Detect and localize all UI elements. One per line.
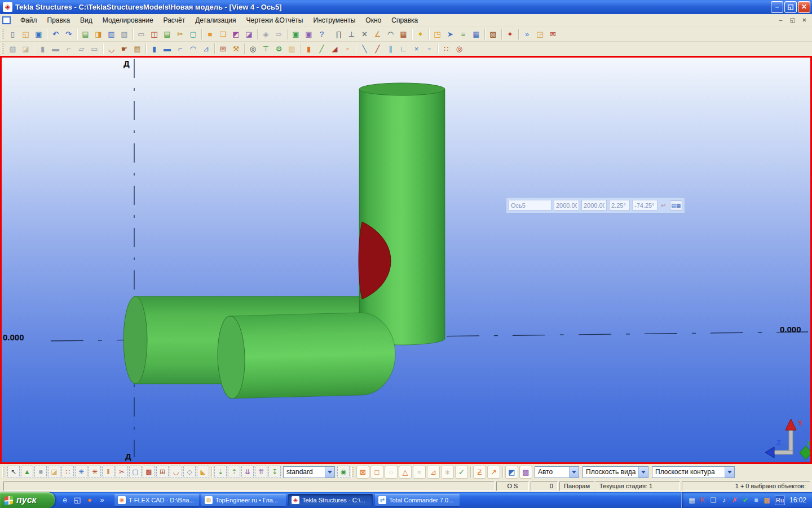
select-parts-switch[interactable]: ■ — [34, 466, 47, 478]
profile-catalog-icon[interactable]: ▦ — [470, 28, 483, 40]
menu-file[interactable]: Файл — [15, 15, 42, 25]
menu-analysis[interactable]: Расчёт — [158, 15, 191, 25]
menu-edit[interactable]: Правка — [42, 15, 76, 25]
component-tree-icon[interactable]: ⊤ — [259, 43, 272, 55]
mdi-close-button[interactable]: ✕ — [799, 16, 810, 25]
strip-footing-icon[interactable]: ◡ — [105, 43, 118, 55]
grid-settings-button[interactable]: ▤▦ — [670, 200, 682, 211]
profile-combo[interactable]: standard — [283, 466, 335, 478]
measure-angle-icon[interactable]: ∠ — [371, 28, 384, 40]
select-bolts-switch[interactable]: ⊞ — [156, 466, 169, 478]
snap-extension-toggle[interactable]: ∗ — [441, 466, 454, 479]
select-reinforcement-switch[interactable]: ◡ — [170, 466, 182, 478]
menu-detailing[interactable]: Детализация — [190, 15, 241, 25]
create-level-icon[interactable]: ⊥ — [345, 28, 358, 40]
menu-view[interactable]: Вид — [75, 15, 98, 25]
tray-agent-check-icon[interactable]: ✔ — [741, 496, 750, 504]
bolt-catalog-icon[interactable]: ▦ — [397, 28, 410, 40]
tray-tool-icon[interactable]: ✗ — [730, 496, 739, 504]
select-components-switch[interactable]: ▲ — [21, 466, 33, 478]
select-grids-switch[interactable]: ✳ — [75, 466, 87, 478]
bolts-icon[interactable]: ⊞ — [217, 43, 230, 55]
quicklaunch-overflow-chevron[interactable]: » — [96, 494, 108, 506]
more-commands-icon[interactable]: » — [520, 28, 533, 40]
select-lowest-level-switch[interactable]: ↧ — [268, 466, 281, 478]
tray-volume-icon[interactable]: ♪ — [720, 496, 729, 504]
select-assembly-down-switch[interactable]: ⇊ — [241, 466, 254, 478]
tflex-quicklaunch-icon[interactable]: ● — [84, 494, 95, 506]
dimension2-field[interactable] — [581, 200, 607, 211]
work-plane-combo[interactable]: Плоскость вида — [582, 466, 648, 478]
menu-drawings-reports[interactable]: Чертежи &Отчёты — [241, 15, 308, 25]
auto-connection-icon[interactable]: ▣ — [289, 28, 302, 40]
fit-work-area-icon[interactable]: ▢ — [187, 28, 200, 40]
snap-perpendicular-toggle[interactable]: ⊿ — [427, 466, 440, 479]
redo-icon[interactable]: ↷ — [62, 28, 75, 40]
pad-footing-icon[interactable]: ☛ — [118, 43, 131, 55]
tray-cube-icon[interactable]: ■ — [752, 496, 761, 504]
ortho-toggle[interactable]: ◩ — [505, 466, 518, 479]
tray-messenger-icon[interactable]: ▩ — [762, 496, 771, 504]
toolbar-grip[interactable] — [2, 467, 5, 478]
open-model-icon[interactable]: ◱ — [19, 28, 32, 40]
basic-view-icon[interactable]: ■ — [204, 28, 217, 40]
contour-plane-combo[interactable]: Плоскости контура — [652, 466, 735, 478]
fitting-icon[interactable]: ▮ — [302, 43, 315, 55]
model-view[interactable]: Д Д 0.000 0.000 ↵ ▤▦ Y Z X — [0, 56, 812, 464]
radial-point-icon[interactable]: ◎ — [453, 43, 466, 55]
selection-filter-icon[interactable]: ▧ — [118, 28, 131, 40]
combine-icon[interactable]: ∥ — [384, 43, 397, 55]
snap-nearest-toggle[interactable]: ○ — [385, 466, 398, 479]
curved-beam-icon[interactable]: ◠ — [187, 43, 200, 55]
view-window-icon[interactable] — [2, 16, 11, 24]
chevron-down-icon[interactable] — [325, 467, 334, 478]
snap-free-toggle[interactable]: ✓ — [455, 466, 468, 479]
tekla-online-icon[interactable]: ✦ — [504, 28, 517, 40]
tray-kaspersky-icon[interactable]: K — [698, 496, 707, 504]
save-model-icon[interactable]: ▣ — [32, 28, 45, 40]
select-assembly-up-switch[interactable]: ⇈ — [255, 466, 267, 478]
snap-mode-combo[interactable]: Авто — [535, 466, 579, 478]
move-object-icon[interactable]: ➤ — [444, 28, 457, 40]
view-properties-icon[interactable]: ◫ — [148, 28, 161, 40]
view-3d-icon[interactable]: ◪ — [242, 28, 255, 40]
snap-intersection-toggle[interactable]: × — [413, 466, 426, 479]
beam-concrete-icon[interactable]: ▬ — [49, 43, 62, 55]
menu-window[interactable]: Окно — [360, 15, 386, 25]
select-component-objects-switch[interactable]: ⇣ — [214, 466, 227, 478]
snap-priority-toggle[interactable]: Ƶ — [473, 466, 486, 479]
point-tools-icon[interactable]: ∷ — [440, 43, 453, 55]
custom-component-icon[interactable]: ⚙ — [272, 43, 285, 55]
show-desktop-icon[interactable]: ◱ — [72, 494, 83, 506]
menu-help[interactable]: Справка — [386, 15, 423, 25]
menu-modeling[interactable]: Моделирование — [98, 15, 158, 25]
new-view-icon[interactable]: ▭ — [135, 28, 148, 40]
publish-icon[interactable]: ◲ — [533, 28, 546, 40]
relative-coords-toggle[interactable]: ▩ — [519, 466, 532, 479]
paste-icon[interactable]: ◨ — [92, 28, 105, 40]
find-objects-icon[interactable]: ◎ — [246, 43, 259, 55]
eraser-icon[interactable]: ◪ — [19, 43, 32, 55]
snap-midpoint-toggle[interactable]: △ — [399, 466, 412, 479]
measure-distance-icon[interactable]: ✕ — [358, 28, 371, 40]
create-report-icon[interactable]: ▤ — [161, 28, 174, 40]
language-indicator[interactable]: Ru — [775, 496, 785, 505]
angle2-field[interactable] — [632, 200, 657, 211]
copy-properties-icon[interactable]: ▥ — [105, 28, 118, 40]
column-concrete-icon[interactable]: ▮ — [36, 43, 49, 55]
chevron-down-icon[interactable] — [725, 467, 734, 478]
corner-chamfer-icon[interactable]: ∟ — [397, 43, 410, 55]
cut-icon[interactable]: ✂ — [174, 28, 187, 40]
component-catalog-icon[interactable]: ≡ — [457, 28, 470, 40]
copy-icon[interactable]: ▤ — [79, 28, 92, 40]
chevron-down-icon[interactable] — [638, 467, 648, 478]
task-button-total-commander[interactable]: ⇄ Total Commander 7.0... — [375, 494, 460, 506]
slab-concrete-icon[interactable]: ▭ — [88, 43, 101, 55]
ie-quicklaunch-icon[interactable]: e — [59, 494, 70, 506]
create-point-icon[interactable]: ✦ — [414, 28, 427, 40]
restore-button[interactable]: ◱ — [784, 1, 797, 13]
select-surfaces-switch[interactable]: ◪ — [48, 466, 60, 478]
split-icon[interactable]: ╲ — [358, 43, 371, 55]
context-help-icon[interactable]: ? — [315, 28, 328, 40]
task-button-topengineer[interactable]: ◍ TopEngineer.ru • Гла... — [201, 494, 286, 506]
